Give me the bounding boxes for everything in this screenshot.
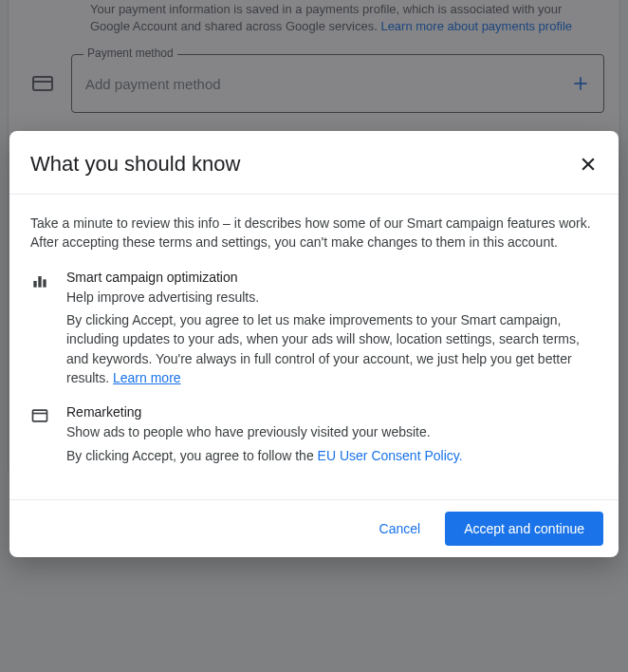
dialog-body: Take a minute to review this info – it d… <box>9 195 619 499</box>
item-title: Smart campaign optimization <box>66 270 598 285</box>
item-subtitle: Help improve advertising results. <box>66 289 598 308</box>
what-you-should-know-dialog: What you should know Take a minute to re… <box>9 131 619 557</box>
dialog-item-content: Remarketing Show ads to people who have … <box>66 404 463 465</box>
dialog-intro: Take a minute to review this info – it d… <box>30 214 598 252</box>
dialog-header: What you should know <box>9 131 619 195</box>
cancel-button[interactable]: Cancel <box>366 512 434 546</box>
close-icon[interactable] <box>579 155 598 174</box>
eu-consent-policy-link[interactable]: EU User Consent Policy. <box>318 448 463 463</box>
learn-more-link[interactable]: Learn more <box>113 370 181 385</box>
accept-and-continue-button[interactable]: Accept and continue <box>445 512 603 546</box>
item-body: By clicking Accept, you agree to follow … <box>66 446 463 465</box>
dialog-title: What you should know <box>30 152 240 177</box>
web-page-icon <box>30 406 51 465</box>
dialog-item-content: Smart campaign optimization Help improve… <box>66 270 598 388</box>
dialog-item-remarketing: Remarketing Show ads to people who have … <box>30 404 598 465</box>
svg-rect-7 <box>38 276 41 288</box>
svg-rect-9 <box>33 411 47 422</box>
bar-chart-icon <box>30 271 51 388</box>
dialog-footer: Cancel Accept and continue <box>9 499 619 557</box>
item-subtitle: Show ads to people who have previously v… <box>66 423 463 442</box>
dialog-item-optimization: Smart campaign optimization Help improve… <box>30 270 598 388</box>
item-title: Remarketing <box>66 404 463 420</box>
item-body: By clicking Accept, you agree to let us … <box>66 310 598 387</box>
item-body-text: By clicking Accept, you agree to follow … <box>66 448 318 463</box>
svg-rect-8 <box>43 279 46 287</box>
svg-rect-6 <box>33 281 36 288</box>
